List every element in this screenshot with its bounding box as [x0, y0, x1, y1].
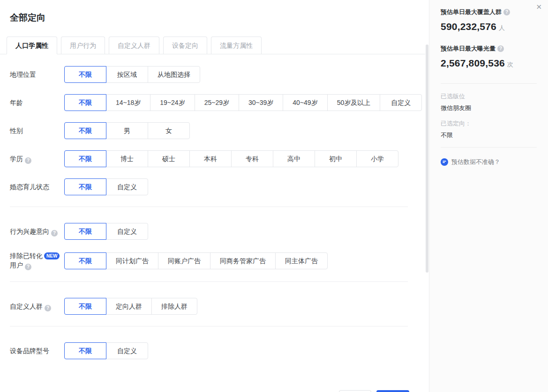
segment-option[interactable]: 男 — [106, 122, 148, 139]
segment-option-selected[interactable]: 不限 — [64, 66, 106, 83]
section-divider — [10, 207, 408, 207]
segment-option[interactable]: 硕士 — [148, 150, 190, 167]
help-icon[interactable]: ? — [25, 264, 31, 270]
row-label-text: 年龄 — [10, 99, 23, 106]
segment-option-selected[interactable]: 不限 — [64, 252, 106, 269]
segment-option[interactable]: 小学 — [356, 150, 398, 167]
targeting-form: 地理位置不限按区域从地图选择年龄不限14~18岁19~24岁25~29岁30~3… — [10, 66, 429, 359]
row-label-text: 自定义人群 — [10, 303, 43, 310]
segment-option-selected[interactable]: 不限 — [64, 94, 106, 111]
feedback-link[interactable]: 预估数据不准确？ — [441, 158, 537, 166]
close-icon[interactable]: ✕ — [536, 3, 542, 10]
form-row: 设备品牌型号不限自定义 — [10, 342, 429, 359]
segment-option[interactable]: 同账户广告 — [158, 252, 210, 269]
segment-option[interactable]: 自定义 — [106, 342, 148, 359]
segment-option[interactable]: 同主体广告 — [275, 252, 328, 269]
row-label-text: 排除已转化 — [10, 252, 43, 259]
coverage-stat-value: 590,232,576人 — [441, 20, 537, 35]
segment-option[interactable]: 25~29岁 — [195, 94, 239, 111]
segment-option[interactable]: 按区域 — [106, 66, 148, 83]
help-icon[interactable]: ? — [25, 157, 31, 164]
segment-option[interactable]: 同计划广告 — [106, 252, 158, 269]
segmented-control: 不限定向人群排除人群 — [64, 298, 197, 315]
form-row: 地理位置不限按区域从地图选择 — [10, 66, 429, 83]
sidebar-divider — [441, 147, 537, 148]
form-row: 性别不限男女 — [10, 122, 429, 139]
exposure-stat-label-text: 预估单日最大曝光量 — [441, 44, 495, 53]
primary-button[interactable] — [376, 390, 409, 392]
segment-option[interactable]: 14~18岁 — [106, 94, 150, 111]
row-label: 年龄 — [10, 98, 64, 107]
segment-option-selected[interactable]: 不限 — [64, 150, 106, 167]
row-label-text: 设备品牌型号 — [10, 347, 49, 355]
segmented-control: 不限博士硕士本科专科高中初中小学 — [64, 150, 398, 167]
help-icon[interactable]: ? — [497, 45, 504, 52]
row-label-text: 地理位置 — [10, 71, 36, 78]
segment-option-selected[interactable]: 不限 — [64, 223, 106, 240]
targeting-dialog: 全部定向 人口学属性用户行为自定义人群设备定向流量方属性 地理位置不限按区域从地… — [0, 0, 548, 392]
segment-option[interactable]: 排除人群 — [151, 298, 197, 315]
segment-option-selected[interactable]: 不限 — [64, 298, 106, 315]
segment-option[interactable]: 从地图选择 — [148, 66, 200, 83]
row-label-text: 学历 — [10, 155, 23, 163]
main-panel: 全部定向 人口学属性用户行为自定义人群设备定向流量方属性 地理位置不限按区域从地… — [0, 0, 429, 392]
exposure-number: 2,567,809,536 — [441, 58, 505, 68]
form-row: 排除已转化NEW用户?不限同计划广告同账户广告同商务管家广告同主体广告 — [10, 251, 429, 270]
segment-option-selected[interactable]: 不限 — [64, 342, 106, 359]
row-label: 地理位置 — [10, 70, 64, 79]
segmented-control: 不限自定义 — [64, 178, 148, 195]
coverage-stat-label: 预估单日最大覆盖人群 ? — [441, 8, 537, 16]
segment-option[interactable]: 50岁及以上 — [327, 94, 381, 111]
segment-option[interactable]: 30~39岁 — [239, 94, 283, 111]
exposure-stat-value: 2,567,809,536次 — [441, 57, 537, 71]
exposure-unit: 次 — [507, 61, 513, 68]
help-icon[interactable]: ? — [51, 230, 58, 237]
scrollbar-track[interactable] — [425, 0, 429, 392]
segment-option[interactable]: 自定义 — [380, 94, 422, 111]
row-label: 学历? — [10, 154, 64, 164]
segment-option[interactable]: 40~49岁 — [283, 94, 327, 111]
row-label: 设备品牌型号 — [10, 346, 64, 355]
segment-option[interactable]: 同商务管家广告 — [210, 252, 276, 269]
row-label: 排除已转化NEW用户? — [10, 251, 64, 270]
coverage-unit: 人 — [499, 24, 505, 31]
tab-1[interactable]: 用户行为 — [61, 37, 105, 54]
tab-2[interactable]: 自定义人群 — [109, 37, 159, 54]
segment-option-selected[interactable]: 不限 — [64, 178, 106, 195]
tab-0-active[interactable]: 人口学属性 — [7, 37, 57, 54]
segment-option[interactable]: 博士 — [106, 150, 148, 167]
row-label-text: 性别 — [10, 127, 23, 134]
form-row: 自定义人群?不限定向人群排除人群 — [10, 298, 429, 315]
secondary-button[interactable] — [339, 390, 371, 392]
segment-option[interactable]: 19~24岁 — [150, 94, 195, 111]
segment-option[interactable]: 女 — [148, 122, 190, 139]
row-label-text: 行为兴趣意向 — [10, 228, 49, 235]
help-icon[interactable]: ? — [503, 9, 510, 15]
segment-option[interactable]: 专科 — [231, 150, 273, 167]
segmented-control: 不限14~18岁19~24岁25~29岁30~39岁40~49岁50岁及以上自定… — [64, 94, 422, 111]
segment-option[interactable]: 自定义 — [106, 178, 148, 195]
segment-option[interactable]: 定向人群 — [106, 298, 152, 315]
segment-option[interactable]: 自定义 — [106, 223, 148, 240]
sidebar-divider — [441, 83, 537, 84]
help-icon[interactable]: ? — [45, 305, 51, 311]
segment-option[interactable]: 初中 — [315, 150, 357, 167]
form-row: 年龄不限14~18岁19~24岁25~29岁30~39岁40~49岁50岁及以上… — [10, 94, 429, 111]
coverage-stat: 预估单日最大覆盖人群 ? 590,232,576人 — [441, 8, 537, 35]
selected-targeting-value: 不限 — [441, 131, 537, 140]
tab-4[interactable]: 流量方属性 — [211, 37, 262, 54]
segment-option[interactable]: 本科 — [189, 150, 232, 167]
tab-3[interactable]: 设备定向 — [163, 37, 207, 54]
selected-placement-label: 已选版位 — [441, 92, 537, 101]
form-row: 行为兴趣意向?不限自定义 — [10, 223, 429, 240]
row-label-text: 用户 — [10, 261, 23, 269]
page-title: 全部定向 — [0, 0, 429, 22]
estimate-sidebar: ✕ 预估单日最大覆盖人群 ? 590,232,576人 预估单日最大曝光量 ? … — [429, 0, 548, 392]
scrollbar-thumb[interactable] — [426, 44, 428, 273]
section-divider — [10, 326, 408, 326]
segment-option-selected[interactable]: 不限 — [64, 122, 106, 139]
row-label: 婚恋育儿状态 — [10, 182, 64, 192]
row-label: 行为兴趣意向? — [10, 227, 64, 237]
segment-option[interactable]: 高中 — [273, 150, 315, 167]
row-label: 自定义人群? — [10, 302, 64, 311]
